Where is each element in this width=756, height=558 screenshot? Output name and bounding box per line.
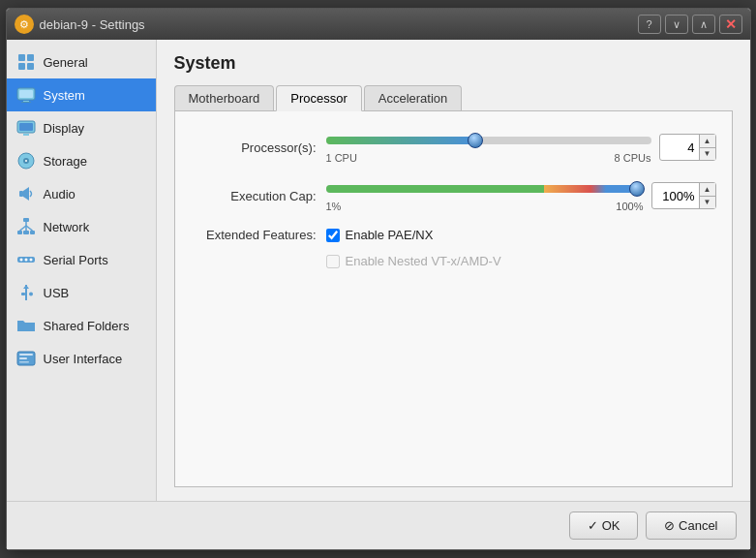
- close-button[interactable]: ✕: [719, 15, 742, 34]
- execution-cap-row: Execution Cap: 1% 100%: [191, 179, 716, 212]
- window-title: debian-9 - Settings: [40, 17, 145, 32]
- main-panel: System Motherboard Processor Acceleratio…: [157, 40, 750, 501]
- footer: ✓ OK ⊘ Cancel: [7, 501, 750, 549]
- svg-point-13: [25, 160, 27, 162]
- serial-icon: [16, 250, 36, 269]
- maximize-button[interactable]: ∧: [692, 15, 715, 34]
- nested-vt-row: Enable Nested VT-x/AMD-V: [191, 254, 716, 268]
- svg-rect-33: [19, 354, 33, 356]
- execution-cap-up-button[interactable]: ▲: [700, 183, 715, 197]
- sidebar: General System Display Storage: [7, 40, 157, 501]
- svg-rect-19: [23, 231, 29, 234]
- svg-rect-1: [27, 54, 34, 61]
- help-button[interactable]: ?: [638, 15, 661, 34]
- sidebar-item-serial-ports[interactable]: Serial Ports: [7, 243, 156, 276]
- svg-rect-2: [18, 63, 25, 70]
- processors-down-button[interactable]: ▼: [700, 148, 715, 161]
- minimize-button[interactable]: ∨: [665, 15, 688, 34]
- sidebar-item-shared-folders-label: Shared Folders: [44, 319, 130, 333]
- svg-rect-9: [19, 123, 33, 131]
- processors-label: Processor(s):: [191, 140, 326, 155]
- execution-cap-thumb[interactable]: [629, 181, 645, 197]
- execution-cap-label: Execution Cap:: [191, 189, 326, 203]
- processors-fill: [326, 137, 476, 144]
- execution-cap-spinbox[interactable]: ▲ ▼: [651, 182, 716, 209]
- sidebar-item-network[interactable]: Network: [7, 210, 156, 243]
- audio-icon: [16, 184, 36, 203]
- svg-point-31: [29, 293, 33, 296]
- sidebar-item-network-label: Network: [44, 220, 90, 234]
- processors-min-label: 1 CPU: [326, 152, 357, 164]
- ok-button[interactable]: ✓ OK: [569, 512, 638, 540]
- execution-cap-track: [326, 185, 644, 193]
- storage-icon: [16, 151, 36, 170]
- svg-point-25: [19, 259, 22, 262]
- processors-slider-container: 1 CPU 8 CPUs: [326, 131, 651, 164]
- sidebar-item-user-interface[interactable]: User Interface: [7, 342, 156, 375]
- sidebar-item-user-interface-label: User Interface: [44, 352, 123, 366]
- execution-cap-min-label: 1%: [326, 201, 342, 212]
- shared-icon: [16, 316, 36, 335]
- processors-arrows: ▲ ▼: [699, 135, 715, 160]
- svg-rect-18: [30, 231, 35, 234]
- processors-max-label: 8 CPUs: [615, 152, 651, 164]
- execution-cap-down-button[interactable]: ▼: [700, 197, 715, 209]
- execution-cap-input[interactable]: [652, 183, 699, 208]
- display-icon: [16, 118, 36, 138]
- svg-line-21: [19, 226, 26, 231]
- svg-rect-10: [23, 134, 29, 136]
- svg-rect-7: [21, 102, 31, 103]
- titlebar: ⚙ debian-9 - Settings ? ∨ ∧ ✕: [7, 9, 750, 40]
- titlebar-left: ⚙ debian-9 - Settings: [15, 15, 145, 34]
- processors-up-button[interactable]: ▲: [700, 135, 715, 148]
- svg-marker-15: [23, 187, 29, 201]
- tab-content-processor: Processor(s): 1 CPU 8 CPUs: [174, 111, 733, 487]
- processors-track: [326, 137, 651, 144]
- enable-pae-nx-checkbox[interactable]: [326, 229, 340, 242]
- processors-spinbox[interactable]: ▲ ▼: [659, 134, 716, 161]
- sidebar-item-system-label: System: [44, 88, 85, 103]
- execution-cap-arrows: ▲ ▼: [699, 183, 715, 208]
- tab-bar: Motherboard Processor Acceleration: [174, 85, 733, 111]
- sidebar-item-storage[interactable]: Storage: [7, 144, 156, 177]
- processors-slider-track[interactable]: [326, 131, 651, 150]
- sidebar-item-shared-folders[interactable]: Shared Folders: [7, 309, 156, 342]
- tab-acceleration[interactable]: Acceleration: [364, 85, 463, 110]
- page-title: System: [174, 53, 733, 74]
- sidebar-item-audio-label: Audio: [44, 187, 76, 202]
- enable-pae-nx-label: Enable PAE/NX: [346, 228, 434, 242]
- extended-features-row: Extended Features: Enable PAE/NX: [191, 228, 716, 242]
- svg-rect-14: [19, 191, 23, 197]
- general-icon: [16, 52, 36, 72]
- ui-icon: [16, 349, 36, 368]
- svg-rect-3: [27, 63, 34, 70]
- svg-rect-5: [19, 90, 33, 98]
- sidebar-item-usb-label: USB: [44, 286, 70, 300]
- svg-point-26: [24, 259, 27, 262]
- enable-pae-nx-item: Enable PAE/NX: [326, 228, 434, 242]
- processors-input[interactable]: [660, 135, 699, 160]
- svg-rect-34: [19, 357, 27, 359]
- execution-cap-slider-track[interactable]: [326, 179, 644, 199]
- processors-thumb[interactable]: [468, 133, 483, 148]
- svg-point-27: [29, 259, 32, 262]
- execution-cap-fill: [326, 185, 637, 193]
- cancel-button[interactable]: ⊘ Cancel: [646, 512, 736, 540]
- sidebar-item-audio[interactable]: Audio: [7, 177, 156, 210]
- execution-cap-max-label: 100%: [616, 201, 643, 212]
- tab-processor[interactable]: Processor: [276, 85, 362, 111]
- enable-nested-item: Enable Nested VT-x/AMD-V: [326, 254, 501, 268]
- usb-icon: [16, 283, 36, 302]
- sidebar-item-general-label: General: [44, 55, 88, 70]
- svg-rect-16: [23, 218, 29, 222]
- tab-motherboard[interactable]: Motherboard: [174, 85, 275, 110]
- sidebar-item-system[interactable]: System: [7, 78, 156, 111]
- enable-nested-checkbox[interactable]: [326, 255, 340, 268]
- sidebar-item-display[interactable]: Display: [7, 111, 156, 144]
- sidebar-item-usb[interactable]: USB: [7, 276, 156, 309]
- main-window: ⚙ debian-9 - Settings ? ∨ ∧ ✕ General: [6, 8, 751, 550]
- processors-row: Processor(s): 1 CPU 8 CPUs: [191, 131, 716, 164]
- system-icon: [16, 85, 36, 105]
- sidebar-item-storage-label: Storage: [44, 154, 88, 169]
- sidebar-item-general[interactable]: General: [7, 46, 156, 78]
